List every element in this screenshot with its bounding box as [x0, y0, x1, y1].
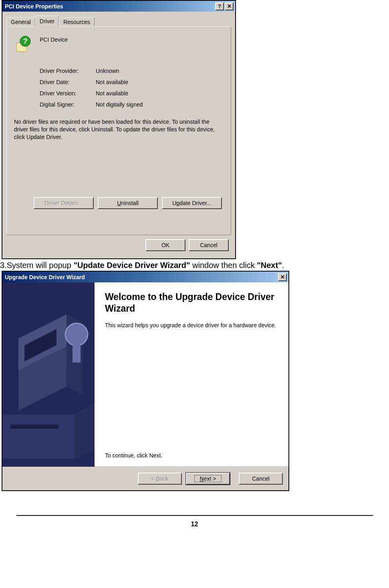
driver-date-value: Not available — [96, 79, 128, 85]
ok-button[interactable]: OK — [145, 239, 185, 251]
driver-version-label: Driver Version: — [40, 90, 96, 97]
driver-info-table: Driver Provider: Unknown Driver Date: No… — [40, 68, 224, 108]
close-button[interactable]: ✕ — [278, 273, 287, 281]
question-icon: ? — [218, 3, 221, 9]
tab-general[interactable]: General — [6, 17, 35, 26]
driver-provider-label: Driver Provider: — [40, 68, 96, 74]
footer-rule — [16, 515, 373, 516]
tab-panel-driver: ? PCI Device Driver Provider: Unknown Dr… — [6, 27, 231, 235]
driver-version-value: Not available — [96, 90, 128, 97]
tab-resources[interactable]: Resources — [59, 17, 95, 26]
window-title: PCI Device Properties — [5, 3, 214, 10]
cancel-button[interactable]: Cancel — [239, 473, 283, 485]
page-number: 12 — [0, 521, 389, 528]
wizard-description: This wizard helps you upgrade a device d… — [105, 322, 278, 329]
tab-driver[interactable]: Driver — [35, 16, 59, 27]
help-button[interactable]: ? — [215, 2, 224, 10]
svg-rect-10 — [2, 415, 75, 459]
driver-details-button: Driver Details... — [34, 197, 94, 209]
pci-properties-dialog: PCI Device Properties ? ✕ General Driver… — [2, 0, 236, 259]
unknown-device-icon: ? — [14, 36, 32, 53]
close-icon: ✕ — [227, 3, 232, 9]
wizard-watermark-image — [2, 282, 95, 467]
close-button[interactable]: ✕ — [225, 2, 234, 10]
uninstall-button[interactable]: Uninstall — [98, 197, 158, 209]
svg-rect-9 — [73, 340, 81, 362]
titlebar: PCI Device Properties ? ✕ — [2, 1, 235, 12]
titlebar: Upgrade Device Driver Wizard ✕ — [2, 272, 288, 282]
back-button: < Back — [138, 473, 182, 485]
next-button[interactable]: Next > — [186, 473, 230, 485]
wizard-continue-text: To continue, click Next. — [105, 452, 162, 459]
cancel-button[interactable]: Cancel — [189, 239, 229, 251]
instruction-step-3: 3.System will popup "Update Device Drive… — [0, 261, 389, 270]
digital-signer-label: Digital Signer: — [40, 101, 96, 108]
close-icon: ✕ — [280, 274, 285, 280]
svg-text:?: ? — [23, 37, 28, 45]
wizard-heading: Welcome to the Upgrade Device Driver Wiz… — [105, 291, 278, 314]
window-title: Upgrade Device Driver Wizard — [5, 274, 277, 280]
svg-rect-12 — [10, 425, 58, 429]
tabstrip: General Driver Resources — [6, 16, 231, 27]
driver-note-text: No driver files are required or have bee… — [14, 118, 224, 141]
device-name: PCI Device — [40, 36, 68, 43]
driver-date-label: Driver Date: — [40, 79, 96, 85]
upgrade-wizard-dialog: Upgrade Device Driver Wizard ✕ — [2, 271, 289, 491]
update-driver-button[interactable]: Update Driver... — [162, 197, 222, 209]
driver-provider-value: Unknown — [96, 68, 119, 74]
digital-signer-value: Not digitally signed — [96, 101, 143, 108]
